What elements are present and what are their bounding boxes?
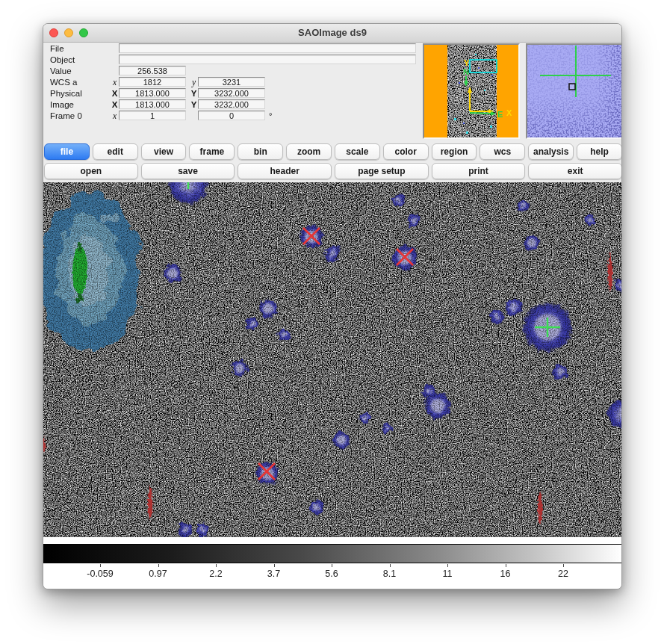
file-label: File — [50, 44, 111, 53]
info-row-physical: Physical X Y — [50, 87, 265, 99]
magnifier-canvas — [527, 45, 621, 137]
panner-y-axis-label: Y — [464, 58, 470, 67]
wcs-y-axis-label: y — [190, 78, 198, 87]
magnifier-noise-right — [527, 45, 621, 137]
colorbar-tick — [506, 564, 506, 567]
colorbar-tick-label: 16 — [500, 569, 511, 579]
magnifier — [526, 43, 622, 139]
menu-save[interactable]: save — [141, 163, 235, 179]
value-field[interactable] — [119, 66, 186, 75]
value-label: Value — [50, 66, 111, 75]
info-row-object: Object — [50, 54, 416, 65]
menu-page-setup[interactable]: page setup — [335, 163, 429, 179]
object-field[interactable] — [119, 55, 416, 64]
info-row-image: Image X Y — [50, 99, 265, 110]
menu-region[interactable]: region — [432, 143, 477, 160]
colorbar-tick — [563, 564, 564, 567]
menu-view[interactable]: view — [141, 143, 187, 160]
menu-scale[interactable]: scale — [335, 143, 380, 160]
wcs-x-axis-label: x — [111, 78, 119, 87]
degree-symbol: ° — [269, 111, 272, 120]
menu-wcs[interactable]: wcs — [480, 143, 525, 160]
menu-frame[interactable]: frame — [189, 143, 235, 160]
menu-file[interactable]: file — [44, 143, 90, 160]
image-label: Image — [50, 100, 111, 109]
titlebar[interactable]: SAOImage ds9 — [43, 24, 621, 43]
physical-label: Physical — [50, 89, 111, 98]
object-label: Object — [50, 55, 111, 64]
colorbar-tick-label: 0.97 — [149, 569, 167, 579]
image-canvas[interactable] — [43, 182, 622, 537]
menu-print[interactable]: print — [432, 163, 526, 179]
menu-bin[interactable]: bin — [238, 143, 283, 160]
frame-zoom-field[interactable] — [119, 111, 186, 120]
colorbar-tick — [158, 564, 159, 567]
frame-x-axis-label: x — [111, 111, 119, 120]
image-x-field[interactable] — [119, 99, 186, 109]
colorbar-zone: -0.0590.972.23.75.68.1111622 — [43, 537, 622, 589]
colorbar-tick-label: 5.6 — [325, 569, 338, 579]
wcs-x-field[interactable] — [119, 77, 186, 87]
file-field[interactable] — [119, 43, 416, 53]
menu-zoom[interactable]: zoom — [286, 143, 332, 160]
frame-rotate-field[interactable] — [198, 111, 265, 120]
colorbar-tick-label: -0.059 — [87, 569, 113, 579]
colorbar-tick — [447, 564, 448, 567]
colorbar-gradient[interactable] — [43, 544, 622, 563]
image-frame[interactable] — [43, 182, 622, 537]
menu-analysis[interactable]: analysis — [528, 143, 574, 160]
window-title: SAOImage ds9 — [43, 27, 621, 38]
panner-canvas: Y N E X — [424, 45, 518, 137]
image-x-axis-label: X — [111, 100, 119, 109]
info-row-value: Value — [50, 65, 186, 76]
menu-row-2: opensaveheaderpage setupprintexit — [44, 163, 622, 179]
physical-y-field[interactable] — [198, 88, 265, 98]
image-noise-overlay — [43, 182, 622, 537]
colorbar-tick-label: 8.1 — [383, 569, 396, 579]
menu-open[interactable]: open — [44, 163, 138, 179]
panner[interactable]: Y N E X — [423, 43, 520, 139]
menu-row-1: fileeditviewframebinzoomscalecolorregion… — [44, 143, 622, 160]
physical-y-axis-label: Y — [190, 89, 198, 98]
panner-north-label: N — [463, 67, 469, 76]
colorbar-tick-label: 22 — [558, 569, 568, 579]
colorbar-tick-label: 3.7 — [267, 569, 280, 579]
wcs-label: WCS a — [50, 78, 111, 87]
info-row-frame: Frame 0 x ° — [50, 110, 272, 121]
panner-noise — [447, 45, 497, 137]
colorbar-tick-label: 2.2 — [209, 569, 222, 579]
ds9-window: SAOImage ds9 File Object Value WCS a x y… — [43, 23, 622, 589]
wcs-y-field[interactable] — [198, 77, 265, 87]
info-row-wcs: WCS a x y — [50, 76, 265, 87]
menu-header[interactable]: header — [238, 163, 332, 179]
frame-label: Frame 0 — [50, 111, 111, 120]
colorbar-tick-label: 11 — [443, 569, 453, 579]
colorbar-tick — [332, 564, 332, 567]
info-row-file: File — [50, 43, 416, 54]
colorbar-tick — [274, 564, 275, 567]
magnifier-cursor-square — [569, 84, 575, 90]
physical-x-axis-label: X — [111, 89, 119, 98]
menu-exit[interactable]: exit — [528, 163, 622, 179]
menu-color[interactable]: color — [383, 143, 429, 160]
panner-east-label: E — [497, 110, 503, 119]
panner-x-axis-label: X — [506, 108, 512, 117]
image-y-field[interactable] — [198, 99, 265, 109]
menu-help[interactable]: help — [577, 143, 622, 160]
menu-edit[interactable]: edit — [93, 143, 138, 160]
colorbar-tick — [390, 564, 391, 567]
colorbar-tick — [216, 564, 217, 567]
colorbar-tick — [100, 564, 101, 567]
physical-x-field[interactable] — [119, 88, 186, 98]
image-y-axis-label: Y — [190, 100, 198, 109]
